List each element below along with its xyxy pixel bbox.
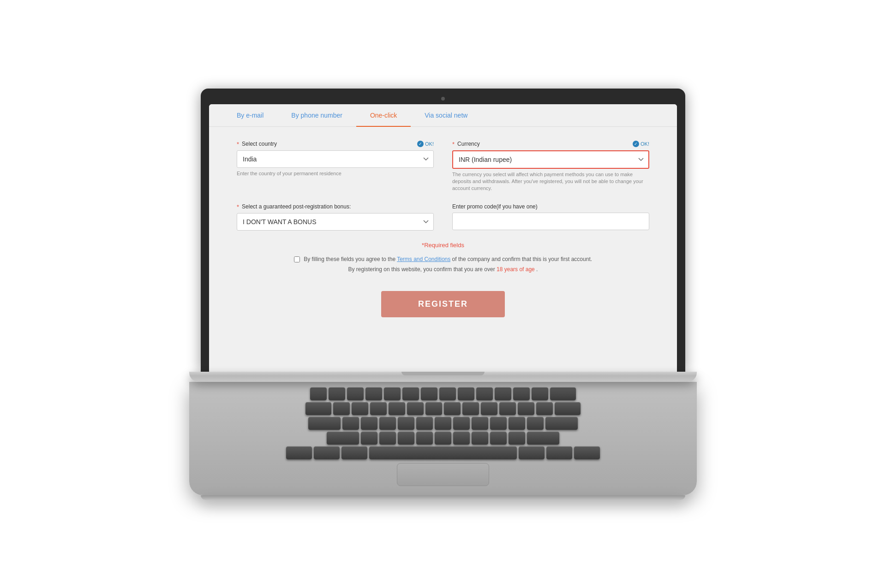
key — [532, 387, 548, 400]
register-btn-wrapper: REGISTER — [237, 291, 649, 317]
country-ok-badge: ✓ OK! — [417, 141, 434, 147]
key — [435, 432, 451, 445]
key — [444, 402, 461, 415]
key — [527, 432, 559, 445]
currency-label-text: Currency — [457, 141, 480, 147]
key — [329, 387, 345, 400]
terms-suffix: of the company and confirm that this is … — [452, 256, 592, 262]
form-row-2: * Select a guaranteed post-registration … — [237, 203, 649, 231]
key — [314, 446, 340, 459]
register-button[interactable]: REGISTER — [381, 291, 505, 317]
country-ok-text: OK! — [425, 141, 434, 147]
key — [472, 432, 488, 445]
key — [546, 446, 572, 459]
key — [421, 387, 437, 400]
key — [308, 417, 341, 430]
key — [527, 417, 544, 430]
key — [435, 417, 451, 430]
trackpad — [397, 463, 489, 486]
terms-row: By filling these fields you agree to the… — [237, 256, 649, 262]
form-row-1: * Select country ✓ OK! India Enter the — [237, 141, 649, 192]
promo-label: Enter promo code(if you have one) — [452, 203, 649, 210]
key — [495, 387, 511, 400]
key — [333, 402, 350, 415]
tab-social[interactable]: Via social netw — [411, 104, 481, 126]
key — [550, 387, 576, 400]
key — [416, 432, 433, 445]
bonus-select[interactable]: I DON'T WANT A BONUS — [237, 213, 434, 231]
terms-link[interactable]: Terms and Conditions — [397, 256, 450, 262]
tab-phone[interactable]: By phone number — [277, 104, 356, 126]
key — [389, 402, 405, 415]
key — [476, 387, 493, 400]
key — [352, 402, 368, 415]
currency-select[interactable]: INR (Indian rupee) — [452, 150, 649, 169]
key — [499, 402, 516, 415]
promo-group: Enter promo code(if you have one) — [452, 203, 649, 231]
laptop-base — [189, 372, 697, 382]
form-area: * Select country ✓ OK! India Enter the — [209, 127, 677, 336]
key — [555, 402, 581, 415]
bonus-required: * — [237, 203, 239, 210]
key — [509, 417, 525, 430]
key — [342, 417, 359, 430]
tabs-row: By e-mail By phone number One-click Via … — [209, 104, 677, 127]
bonus-group: * Select a guaranteed post-registration … — [237, 203, 434, 231]
terms-checkbox[interactable] — [294, 256, 300, 262]
key — [402, 387, 419, 400]
key — [361, 432, 377, 445]
tab-oneclick[interactable]: One-click — [356, 104, 411, 126]
key — [425, 402, 442, 415]
key — [439, 387, 456, 400]
required-note: *Required fields — [237, 242, 649, 249]
currency-label: * Currency ✓ OK! — [452, 141, 649, 148]
age-text-1: By registering on this website, you conf… — [348, 266, 497, 273]
key — [379, 432, 396, 445]
spacebar-key — [369, 446, 517, 459]
country-required: * — [237, 141, 239, 148]
currency-ok-badge: ✓ OK! — [633, 141, 649, 147]
currency-ok-text: OK! — [641, 141, 649, 147]
age-text-2: . — [536, 266, 538, 273]
key — [407, 402, 424, 415]
key — [305, 402, 331, 415]
key — [398, 432, 414, 445]
key — [481, 402, 497, 415]
key — [490, 417, 507, 430]
country-group: * Select country ✓ OK! India Enter the — [237, 141, 434, 192]
country-label: * Select country ✓ OK! — [237, 141, 434, 148]
country-select[interactable]: India — [237, 150, 434, 168]
promo-input[interactable] — [452, 213, 649, 230]
laptop-bottom-edge — [201, 495, 685, 500]
key — [398, 417, 414, 430]
bonus-label-text: Select a guaranteed post-registration bo… — [242, 203, 351, 210]
key — [365, 387, 382, 400]
country-check-icon: ✓ — [417, 141, 424, 147]
key — [384, 387, 401, 400]
key — [361, 417, 377, 430]
key — [509, 432, 525, 445]
key — [327, 432, 359, 445]
currency-required: * — [452, 141, 455, 148]
promo-label-text: Enter promo code(if you have one) — [452, 203, 538, 210]
key — [472, 417, 488, 430]
key — [341, 446, 367, 459]
key — [490, 432, 507, 445]
country-hint: Enter the country of your permanent resi… — [237, 170, 434, 177]
currency-check-icon: ✓ — [633, 141, 639, 147]
key — [574, 446, 600, 459]
key — [347, 387, 364, 400]
key — [513, 387, 530, 400]
key — [462, 402, 479, 415]
key — [370, 402, 387, 415]
key — [310, 387, 327, 400]
key — [453, 417, 470, 430]
terms-prefix: By filling these fields you agree to the — [304, 256, 397, 262]
key — [519, 446, 545, 459]
bonus-label: * Select a guaranteed post-registration … — [237, 203, 434, 210]
tab-email[interactable]: By e-mail — [223, 104, 277, 126]
age-row: By registering on this website, you conf… — [237, 266, 649, 273]
key — [545, 417, 578, 430]
key — [286, 446, 312, 459]
age-highlight: 18 years of age — [497, 266, 535, 273]
